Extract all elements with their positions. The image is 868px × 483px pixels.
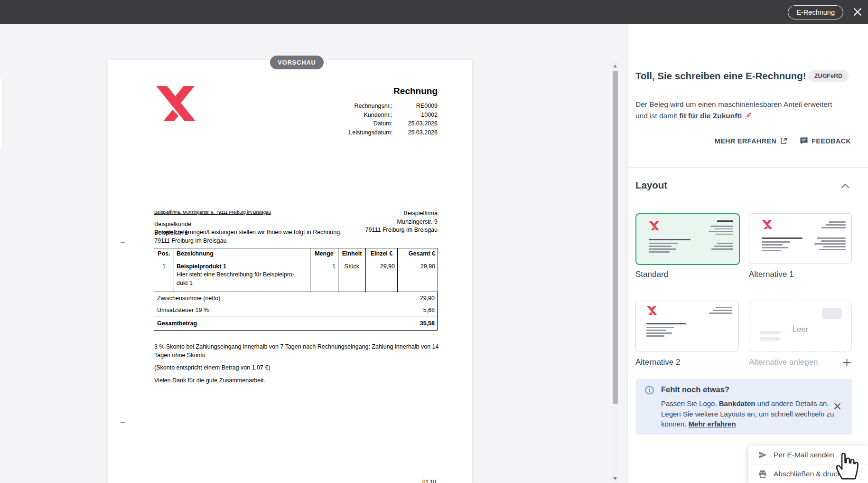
thumbnail-line — [649, 239, 691, 240]
e-rechnung-badge: E-Rechnung — [788, 5, 843, 19]
layout-label-alternative-2: Alternative 2 — [635, 358, 681, 367]
subtotal-label: Zwischensumme (netto) — [154, 295, 397, 302]
top-bar: E-Rechnung — [0, 0, 868, 24]
thumbnail-line — [716, 307, 732, 308]
feedback-link[interactable]: FEEDBACK — [800, 137, 851, 145]
invoice-notes: 3 % Skonto bei Zahlungseingang innerhalb… — [154, 343, 439, 389]
panel-links-row: MEHR ERFAHREN FEEDBACK — [715, 137, 851, 145]
mehr-erfahren-inline-link[interactable]: Mehr erfahren — [689, 420, 736, 428]
thumbnail-line — [762, 237, 803, 239]
scrollbar-thumb[interactable] — [613, 71, 618, 404]
thumbnail-line — [762, 241, 790, 243]
thumbnail-line — [649, 246, 672, 247]
e-invoice-side-panel: Toll, Sie schreiben eine E-Rechnung! ZUG… — [627, 24, 868, 483]
thumbnail-line — [649, 251, 670, 253]
recipient-city: 79111 Freiburg im Breisgau — [154, 237, 226, 246]
infobox-text-bold: Bankdaten — [719, 399, 756, 407]
fold-mark — [121, 242, 125, 243]
fold-mark — [121, 422, 125, 423]
invoice-intro-text: Unsere Lieferungen/Leistungen stellen wi… — [154, 229, 342, 236]
layout-card-alternative-1[interactable] — [749, 213, 852, 264]
thumbnail-line — [646, 332, 672, 334]
company-logo — [155, 86, 196, 121]
thumbnail-line — [646, 327, 674, 328]
item-unit-price: 29,90 — [366, 261, 398, 292]
mehr-erfahren-label: MEHR ERFAHREN — [715, 137, 776, 145]
thumbnail-line — [646, 335, 664, 337]
meta-value: 25.03.2026 — [392, 128, 438, 137]
invoice-header: Rechnung Rechnungsnr.: RE0009 Kundennr.:… — [309, 86, 438, 137]
thumbnail-line — [814, 243, 846, 245]
preview-scrollbar[interactable] — [612, 60, 618, 483]
info-icon — [645, 386, 654, 395]
meta-value: 10002 — [392, 111, 438, 120]
meta-label: Kundennr.: — [309, 111, 392, 120]
sender-return-line: Beispielfirma, Munzingerstr. 9, 79111 Fr… — [154, 209, 271, 215]
layout-card-add-alternative[interactable]: Leer — [749, 301, 852, 351]
close-icon[interactable] — [853, 8, 862, 16]
invoice-meta-row: Leistungsdatum: 25.03.2026 — [309, 128, 438, 137]
invoice-meta-row: Rechnungsnr.: RE0009 — [309, 102, 438, 111]
infobox-text: Passen Sie Logo, — [661, 399, 719, 407]
thumbnail-line — [829, 221, 846, 223]
panel-description: Der Beleg wird um einen maschinenlesbare… — [635, 99, 840, 122]
col-header-pos: Pos. — [154, 248, 174, 261]
totals-section: Zwischensumme (netto) 29,90 Umsatzsteuer… — [154, 292, 438, 331]
rocket-icon — [744, 112, 752, 120]
invoice-title: Rechnung — [309, 86, 438, 96]
meta-value: 25.03.2026 — [392, 119, 438, 128]
item-description: Hier steht eine Beschreibung für Beispie… — [177, 271, 308, 287]
grand-total-label: Gesamtbetrag — [154, 320, 397, 327]
col-header-bezeichnung: Bezeichnung — [174, 248, 310, 261]
external-link-icon — [780, 137, 787, 145]
placeholder-bar — [760, 331, 780, 334]
item-name: Beispielprodukt 1 — [177, 263, 308, 270]
thumbnail-line — [649, 248, 676, 250]
sender-street: Munzingerstr. 9 — [365, 218, 438, 227]
left-panel-edge — [0, 79, 2, 149]
chat-icon — [800, 137, 808, 145]
zugferd-badge: ZUGFeRD — [808, 70, 849, 82]
note-skonto-amount: (Skonto entspricht einem Betrag von 1,07… — [154, 364, 439, 372]
thumbnail-line — [717, 243, 733, 244]
thumbnail-line — [714, 246, 733, 247]
thumbnail-line — [821, 240, 846, 242]
chevron-up-icon[interactable] — [840, 182, 850, 189]
scroll-down-icon[interactable] — [613, 477, 617, 480]
send-email-label: Per E-Mail senden — [774, 451, 834, 459]
finish-actions-menu: Per E-Mail senden Abschließen & drucken — [748, 445, 868, 483]
finish-print-label: Abschließen & drucken — [774, 470, 849, 478]
thumbnail-logo — [646, 306, 657, 315]
send-icon — [758, 450, 767, 460]
meta-label: Leistungsdatum: — [309, 128, 392, 137]
thumbnail-title — [717, 220, 733, 222]
thumbnail-line — [713, 310, 732, 311]
item-description-cell: Beispielprodukt 1 Hier steht eine Beschr… — [174, 261, 310, 292]
thumbnail-line — [710, 226, 733, 227]
meta-value: RE0009 — [392, 102, 438, 111]
layout-card-standard[interactable] — [635, 213, 740, 265]
panel-description-bold: fit für die Zukunft! — [679, 112, 742, 120]
finish-print-menu-item[interactable]: Abschließen & drucken — [748, 464, 868, 483]
thumbnail-line — [762, 250, 781, 251]
send-email-menu-item[interactable]: Per E-Mail senden — [748, 445, 868, 464]
thumbnail-line — [646, 330, 666, 331]
mehr-erfahren-link[interactable]: MEHR ERFAHREN — [715, 137, 787, 145]
note-skonto: 3 % Skonto bei Zahlungseingang innerhalb… — [154, 343, 439, 360]
scroll-up-icon[interactable] — [613, 65, 617, 67]
infobox-close-icon[interactable] — [834, 403, 841, 410]
item-unit: Stück — [338, 261, 366, 292]
thumbnail-line — [817, 237, 846, 239]
grand-total-row: Gesamtbetrag 35,58 — [154, 316, 437, 330]
thumbnail-line — [709, 231, 733, 232]
add-alternative-button[interactable]: Alternative anlegen — [749, 358, 851, 367]
subtotal-value: 29,90 — [397, 292, 437, 304]
thumbnail-line — [819, 249, 846, 250]
tax-row: Umsatzsteuer 19 % 5,68 — [154, 304, 437, 316]
layout-card-alternative-2[interactable] — [635, 301, 739, 351]
item-pos: 1 — [154, 261, 174, 292]
thumbnail-line — [823, 246, 846, 247]
hint-infobox: Fehlt noch etwas? Passen Sie Logo, Bankd… — [635, 379, 852, 435]
grand-total-value: 35,58 — [397, 316, 437, 330]
thumbnail-line — [762, 247, 788, 248]
